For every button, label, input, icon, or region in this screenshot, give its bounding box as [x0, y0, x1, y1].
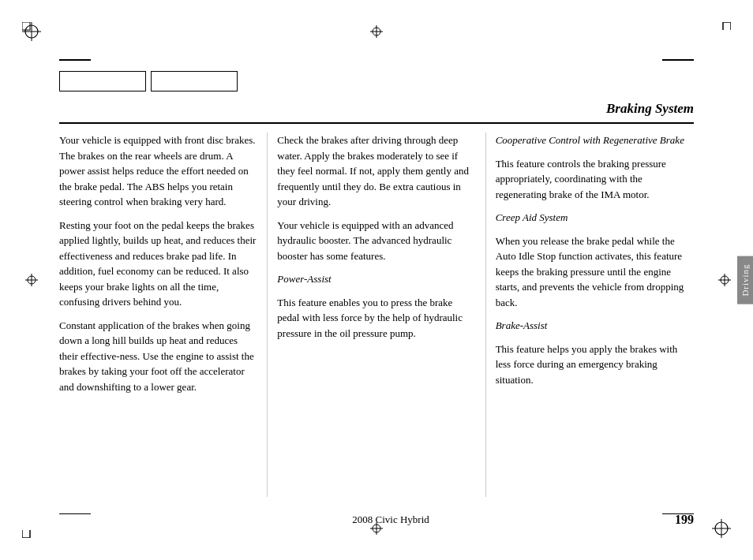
tab-button-2[interactable] [151, 71, 238, 91]
page-title: Braking System [606, 101, 694, 117]
col2-section1-body: This feature enables you to press the br… [277, 295, 475, 342]
col3-section3-title: Brake-Assist [496, 318, 694, 334]
reg-mark-bottom-right [712, 519, 731, 538]
col3-section2-title: Creep Aid System [496, 210, 694, 226]
col3-section1-body: This feature controls the braking pressu… [496, 156, 694, 203]
page: Braking System Your vehicle is equipped … [0, 0, 753, 560]
divider-1 [267, 133, 268, 497]
bottom-left-rule [59, 513, 91, 515]
title-rule [59, 122, 694, 124]
tab-area [59, 71, 238, 91]
crosshair-right [718, 274, 731, 286]
tab-button-1[interactable] [59, 71, 146, 91]
reg-mark-top-right [712, 22, 731, 41]
col1-para2: Resting your foot on the pedal keeps the… [59, 218, 257, 310]
footer-center: 2008 Civic Hybrid [107, 513, 675, 526]
col3-section3-body: This feature helps you apply the brakes … [496, 342, 694, 388]
crosshair-top [370, 25, 383, 38]
col1-para1: Your vehicle is equipped with front disc… [59, 133, 257, 210]
content-area: Your vehicle is equipped with front disc… [59, 133, 694, 497]
column-2: Check the brakes after driving through d… [269, 133, 483, 497]
col1-para3: Constant application of the brakes when … [59, 318, 257, 395]
col2-para1: Check the brakes after driving through d… [277, 133, 475, 210]
divider-2 [485, 133, 486, 497]
col2-para2: Your vehicle is equipped with an advance… [277, 218, 475, 264]
col2-section1-title: Power-Assist [277, 271, 475, 287]
col3-section1-title: Cooperative Control with Regenerative Br… [496, 133, 694, 148]
col3-section2-body: When you release the brake pedal while t… [496, 233, 694, 311]
footer: 2008 Civic Hybrid 199 [59, 513, 694, 527]
footer-page-number: 199 [675, 513, 694, 527]
bottom-right-rule [662, 513, 694, 515]
column-3: Cooperative Control with Regenerative Br… [488, 133, 694, 497]
top-left-rule [59, 59, 91, 61]
crosshair-left [25, 274, 38, 286]
side-tab: Driving [737, 256, 753, 304]
top-right-rule [662, 59, 694, 61]
reg-mark-top-left [22, 22, 41, 41]
reg-mark-bottom-left [22, 519, 41, 538]
column-1: Your vehicle is equipped with front disc… [59, 133, 265, 497]
